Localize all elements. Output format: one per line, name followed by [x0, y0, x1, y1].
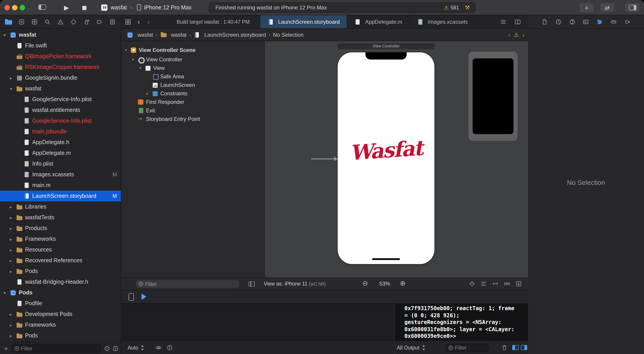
add-editor-icon[interactable] — [514, 18, 521, 25]
sidebar-item-file-swift[interactable]: File.swift — [0, 40, 121, 51]
go-back-button[interactable]: ‹ — [138, 15, 140, 28]
quick-look-icon[interactable] — [155, 344, 162, 351]
next-issue-icon[interactable]: › — [522, 31, 524, 38]
view-controller-header[interactable]: View Controller — [338, 43, 434, 49]
tab-images-xcassets[interactable]: Images.xcassets — [410, 15, 476, 28]
sidebar-item-podfile[interactable]: Podfile — [0, 298, 121, 309]
sidebar-item-wasfat[interactable]: ▾wasfat — [0, 29, 121, 40]
sidebar-item-products[interactable]: ▸Products — [0, 223, 121, 234]
report-navigator-icon[interactable] — [108, 18, 116, 25]
sidebar-item-frameworks[interactable]: ▸Frameworks — [0, 320, 121, 330]
resolve-autolayout-icon[interactable] — [504, 281, 510, 287]
sidebar-item-qbimagepicker-framework[interactable]: QBImagePicker.framework — [0, 51, 121, 62]
source-control-navigator-icon[interactable] — [18, 18, 26, 25]
history-inspector-icon[interactable] — [555, 18, 562, 25]
embed-icon[interactable] — [516, 281, 522, 287]
sidebar-item-resources[interactable]: ▸Resources — [0, 244, 121, 255]
info-icon[interactable] — [166, 344, 173, 351]
editor-mode-button[interactable]: ⇄ — [600, 3, 614, 12]
find-navigator-icon[interactable] — [44, 18, 52, 25]
sidebar-item-appdelegate-m[interactable]: AppDelegate.m — [0, 148, 121, 158]
tab-overview-icon[interactable] — [125, 18, 131, 25]
breadcrumb-item-no-selection[interactable]: No Selection — [273, 31, 304, 38]
app-scheme-icon[interactable] — [101, 4, 108, 10]
disclosure-triangle[interactable]: ▸ — [10, 75, 16, 80]
sidebar-item-wasfat-entitlements[interactable]: wasfat.entitlements — [0, 105, 121, 115]
disclosure-triangle[interactable]: ▾ — [139, 65, 145, 70]
console-filter-field[interactable]: Filter — [446, 344, 489, 352]
launch-screen-logo[interactable]: Wasfat — [337, 137, 435, 164]
sidebar-item-googlesignin-bundle[interactable]: ▸GoogleSignIn.bundle — [0, 72, 121, 83]
view-as-control[interactable]: View as: iPhone 11(wC hR) — [264, 278, 326, 290]
variables-view[interactable] — [121, 304, 395, 341]
disclosure-triangle[interactable]: ▸ — [10, 226, 16, 231]
disclosure-triangle[interactable]: ▸ — [146, 91, 152, 95]
document-items-icon[interactable] — [500, 18, 506, 25]
sidebar-item-googleservice-info-plist[interactable]: GoogleService-Info.plist — [0, 115, 121, 126]
file-inspector-icon[interactable] — [542, 18, 548, 25]
view-controller-preview[interactable]: Wasfat — [338, 52, 434, 264]
sidebar-item-images-xcassets[interactable]: Images.xcassetsM — [0, 169, 121, 180]
symbol-navigator-icon[interactable] — [30, 18, 38, 25]
tab-appdelegate-m[interactable]: AppDelegate.m — [347, 15, 410, 28]
disclosure-triangle[interactable]: ▾ — [4, 290, 10, 295]
sidebar-item-appdelegate-h[interactable]: AppDelegate.h — [0, 137, 121, 148]
outline-item-constraints[interactable]: ▸Constraints — [121, 89, 264, 98]
sidebar-item-main-jsbundle[interactable]: main.jsbundle — [0, 126, 121, 137]
issue-navigator-icon[interactable] — [56, 18, 64, 25]
output-scope-select[interactable]: All Output — [397, 345, 420, 350]
outline-item-view-controller-scene[interactable]: ▾View Controller Scene — [121, 45, 264, 55]
disclosure-triangle[interactable]: ▸ — [10, 269, 16, 274]
chevron-up-down-icon[interactable] — [140, 345, 144, 350]
activity-viewer[interactable]: Finished running wasfat on iPhone 12 Pro… — [209, 2, 476, 13]
breadcrumb-item-wasfat[interactable]: wasfat — [127, 31, 153, 38]
clear-console-icon[interactable] — [502, 345, 508, 351]
sidebar-item-googleservice-info-plist[interactable]: GoogleService-Info.plist — [0, 94, 121, 105]
toggle-console-icon[interactable] — [521, 345, 527, 350]
sidebar-item-info-plist[interactable]: Info.plist — [0, 158, 121, 169]
disclosure-triangle[interactable]: ▾ — [132, 57, 138, 61]
sidebar-item-pods[interactable]: ▸Pods — [0, 266, 121, 277]
previous-issue-icon[interactable]: ‹ — [508, 31, 510, 38]
disclosure-triangle[interactable]: ▸ — [10, 237, 16, 241]
debug-navigator-icon[interactable] — [82, 18, 90, 25]
disclosure-triangle[interactable]: ▾ — [125, 48, 130, 52]
sidebar-item-libraries[interactable]: ▸Libraries — [0, 201, 121, 212]
minimize-window-button[interactable] — [12, 5, 18, 10]
chevron-up-down-icon[interactable] — [422, 345, 426, 350]
sidebar-item-development-pods[interactable]: ▸Development Pods — [0, 309, 121, 320]
stop-button[interactable]: ■ — [82, 4, 87, 10]
connections-inspector-icon[interactable] — [624, 18, 630, 25]
add-constraints-icon[interactable] — [492, 281, 498, 287]
scheme-name[interactable]: wasfat — [110, 4, 127, 10]
outline-item-first-responder[interactable]: First Responder — [121, 98, 264, 106]
disclosure-triangle[interactable]: ▸ — [10, 312, 16, 317]
run-destination[interactable]: iPhone 12 Pro Max — [144, 4, 192, 10]
outline-item-launchscreen[interactable]: LaunchScreen — [121, 80, 264, 89]
align-icon[interactable] — [480, 281, 487, 287]
toggle-navigator-button[interactable] — [38, 3, 46, 11]
sidebar-item-wasfattests[interactable]: ▸wasfatTests — [0, 212, 121, 223]
project-navigator-icon[interactable] — [4, 18, 12, 25]
sidebar-item-main-m[interactable]: main.m — [0, 180, 121, 191]
toggle-inspector-button[interactable] — [625, 3, 640, 12]
outline-filter-field[interactable]: Filter — [136, 280, 240, 288]
zoom-level[interactable]: 53% — [374, 278, 396, 290]
storyboard-canvas[interactable]: View Controller Wasfat — [265, 41, 528, 278]
disclosure-triangle[interactable]: ▾ — [4, 32, 10, 37]
disclosure-triangle[interactable]: ▸ — [10, 323, 16, 327]
close-window-button[interactable] — [4, 5, 10, 10]
sidebar-item-recovered-references[interactable]: ▸Recovered References — [0, 255, 121, 266]
run-button[interactable]: ▶ — [64, 4, 69, 11]
outline-item-view[interactable]: ▾View — [121, 63, 264, 72]
orientation-icon[interactable] — [142, 294, 146, 300]
library-add-button[interactable]: + — [580, 3, 594, 12]
recent-files-filter-icon[interactable] — [104, 346, 110, 351]
test-navigator-icon[interactable] — [70, 18, 78, 25]
source-control-status-filter-icon[interactable] — [113, 346, 118, 351]
storyboard-entry-point-arrow[interactable] — [311, 158, 334, 159]
sidebar-item-launchscreen-storyboard[interactable]: LaunchScreen.storyboardM — [0, 191, 121, 201]
sidebar-item-wasfat[interactable]: ▾wasfat — [0, 83, 121, 94]
update-frames-icon[interactable] — [469, 281, 475, 287]
toggle-variables-view-icon[interactable] — [512, 345, 518, 350]
